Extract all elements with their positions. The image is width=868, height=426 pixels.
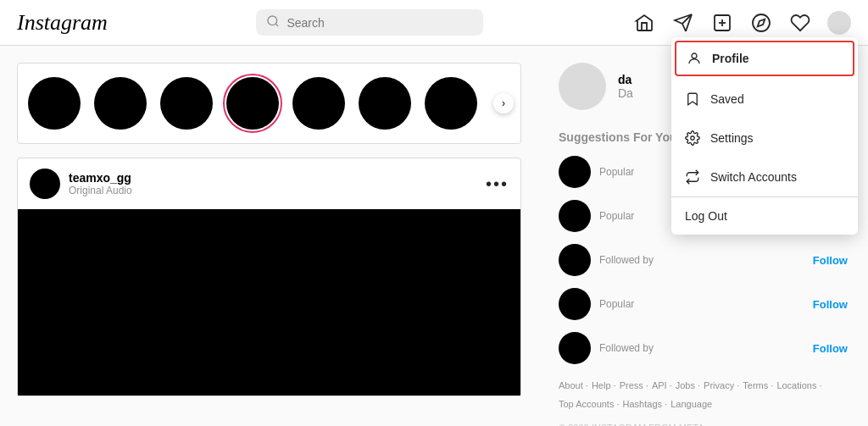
stories-next-button[interactable]: › xyxy=(493,93,514,113)
sidebar-user-info: da Da xyxy=(618,73,633,100)
suggestion-avatar[interactable] xyxy=(559,156,591,188)
story-circle[interactable] xyxy=(359,77,411,130)
switch-icon xyxy=(685,169,700,185)
logout-label: Log Out xyxy=(685,209,727,223)
dropdown-item-saved[interactable]: Saved xyxy=(671,80,858,119)
profile-avatar-nav[interactable] xyxy=(827,11,851,35)
suggestions-label: Suggestions For You xyxy=(559,130,677,144)
post-user: teamxo_gg Original Audio xyxy=(30,169,132,199)
svg-marker-9 xyxy=(758,19,765,25)
instagram-logo: Instagram xyxy=(17,10,108,36)
post: teamxo_gg Original Audio ••• xyxy=(17,158,521,396)
suggestion-info: Followed by xyxy=(599,342,804,354)
suggestion-info: Popular xyxy=(599,298,804,310)
settings-icon xyxy=(685,130,700,146)
sidebar-user-avatar[interactable] xyxy=(559,63,606,110)
suggestion-sub: Followed by xyxy=(599,254,804,266)
send-icon[interactable] xyxy=(671,11,695,35)
post-header: teamxo_gg Original Audio ••• xyxy=(18,158,520,209)
svg-line-1 xyxy=(276,24,279,26)
suggestion-avatar[interactable] xyxy=(559,288,591,320)
saved-label: Saved xyxy=(710,92,744,106)
footer-links: About Help Press API Jobs Privacy Terms … xyxy=(559,378,848,413)
dropdown-menu: Profile Saved Settings Switch Ac xyxy=(671,37,858,235)
footer-link-privacy[interactable]: Privacy xyxy=(704,378,739,395)
follow-button[interactable]: Follow xyxy=(813,254,848,267)
footer-link-terms[interactable]: Terms xyxy=(743,378,773,395)
footer-link-api[interactable]: API xyxy=(652,378,672,395)
new-post-icon[interactable] xyxy=(710,11,734,35)
suggestion-avatar[interactable] xyxy=(559,332,591,364)
search-bar[interactable] xyxy=(256,9,483,36)
feed: › teamxo_gg Original Audio ••• xyxy=(0,46,538,426)
footer-link-top-accounts[interactable]: Top Accounts xyxy=(559,396,620,413)
sidebar-name: Da xyxy=(618,86,633,100)
dropdown-item-switch[interactable]: Switch Accounts xyxy=(671,158,858,196)
footer-link-jobs[interactable]: Jobs xyxy=(676,378,700,395)
post-subtitle: Original Audio xyxy=(69,185,132,196)
suggestion-sub: Followed by xyxy=(599,342,804,354)
follow-button[interactable]: Follow xyxy=(813,342,848,355)
dropdown-item-settings[interactable]: Settings xyxy=(671,119,858,158)
suggestion-avatar[interactable] xyxy=(559,200,591,232)
story-circle[interactable] xyxy=(226,77,279,130)
story-circle[interactable] xyxy=(28,77,81,130)
story-circle[interactable] xyxy=(94,77,147,130)
post-more-button[interactable]: ••• xyxy=(486,174,509,194)
story-circle[interactable] xyxy=(292,77,345,130)
svg-point-8 xyxy=(753,14,770,31)
footer-link-help[interactable]: Help xyxy=(592,378,616,395)
dropdown-item-profile[interactable]: Profile xyxy=(675,41,854,76)
nav-icons xyxy=(632,11,851,35)
story-circle[interactable] xyxy=(160,77,213,130)
bookmark-icon xyxy=(685,91,700,107)
suggestion-item: Popular Follow xyxy=(559,288,848,320)
post-user-info: teamxo_gg Original Audio xyxy=(69,171,132,196)
search-input[interactable] xyxy=(287,16,473,30)
svg-point-10 xyxy=(692,53,697,58)
dropdown-item-logout[interactable]: Log Out xyxy=(671,197,858,235)
search-icon xyxy=(266,14,280,30)
follow-button[interactable]: Follow xyxy=(813,298,848,311)
suggestion-item: Followed by Follow xyxy=(559,244,848,276)
suggestion-sub: Popular xyxy=(599,298,804,310)
sidebar-footer: About Help Press API Jobs Privacy Terms … xyxy=(559,378,848,426)
footer-link-about[interactable]: About xyxy=(559,378,588,395)
footer-copyright: © 2022 INSTAGRAM FROM META xyxy=(559,420,848,426)
post-image xyxy=(18,209,520,396)
stories-container: › xyxy=(17,63,521,144)
footer-link-press[interactable]: Press xyxy=(620,378,648,395)
explore-icon[interactable] xyxy=(749,11,773,35)
profile-label: Profile xyxy=(712,52,749,65)
svg-point-11 xyxy=(691,136,695,141)
sidebar-username: da xyxy=(618,73,633,86)
switch-label: Switch Accounts xyxy=(710,170,797,184)
svg-line-4 xyxy=(682,24,686,31)
suggestion-avatar[interactable] xyxy=(559,244,591,276)
svg-point-0 xyxy=(268,16,277,25)
footer-link-hashtags[interactable]: Hashtags xyxy=(623,396,668,413)
footer-link-language[interactable]: Language xyxy=(670,396,712,413)
post-avatar[interactable] xyxy=(30,169,60,199)
settings-label: Settings xyxy=(710,131,754,145)
person-icon xyxy=(687,51,702,66)
footer-link-locations[interactable]: Locations xyxy=(776,378,821,395)
heart-icon[interactable] xyxy=(788,11,812,35)
suggestion-info: Followed by xyxy=(599,254,804,266)
post-username: teamxo_gg xyxy=(69,171,132,185)
story-circle[interactable] xyxy=(425,77,477,130)
home-icon[interactable] xyxy=(632,11,656,35)
suggestion-item: Followed by Follow xyxy=(559,332,848,364)
